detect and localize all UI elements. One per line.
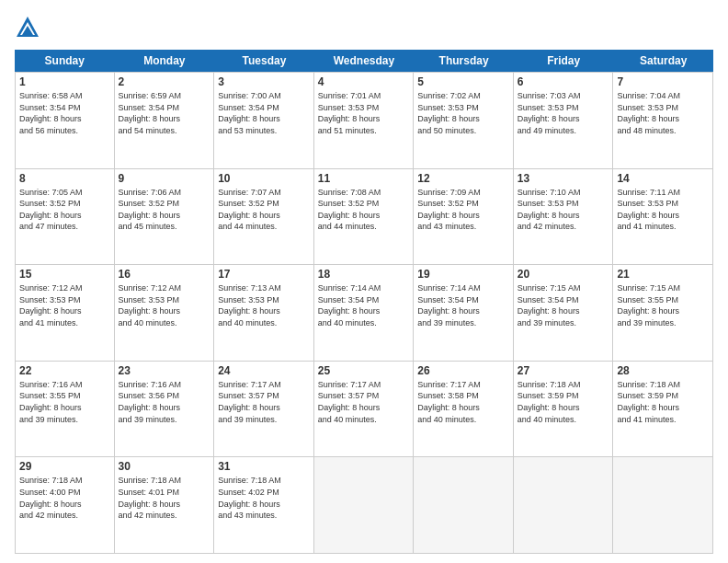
- day-number: 9: [119, 172, 210, 185]
- header-day: Monday: [115, 50, 215, 72]
- day-number: 8: [19, 172, 110, 185]
- cell-info: Sunrise: 7:04 AM Sunset: 3:53 PM Dayligh…: [617, 90, 709, 136]
- cell-info: Sunrise: 7:17 AM Sunset: 3:58 PM Dayligh…: [417, 379, 509, 425]
- calendar-cell: 25Sunrise: 7:17 AM Sunset: 3:57 PM Dayli…: [314, 362, 415, 457]
- day-number: 11: [318, 172, 410, 185]
- day-number: 16: [119, 268, 210, 281]
- calendar-cell: [613, 457, 713, 553]
- header-day: Thursday: [414, 50, 514, 72]
- cell-info: Sunrise: 7:01 AM Sunset: 3:53 PM Dayligh…: [318, 90, 410, 136]
- cell-info: Sunrise: 7:14 AM Sunset: 3:54 PM Dayligh…: [318, 282, 410, 328]
- calendar-cell: 13Sunrise: 7:10 AM Sunset: 3:53 PM Dayli…: [514, 169, 614, 265]
- cell-info: Sunrise: 7:18 AM Sunset: 4:02 PM Dayligh…: [218, 475, 310, 521]
- cell-info: Sunrise: 7:18 AM Sunset: 4:00 PM Dayligh…: [19, 475, 110, 521]
- calendar-cell: 18Sunrise: 7:14 AM Sunset: 3:54 PM Dayli…: [314, 265, 415, 361]
- cell-info: Sunrise: 7:09 AM Sunset: 3:52 PM Dayligh…: [417, 187, 509, 233]
- calendar-row: 29Sunrise: 7:18 AM Sunset: 4:00 PM Dayli…: [15, 457, 713, 554]
- day-number: 19: [417, 268, 509, 281]
- calendar-cell: 21Sunrise: 7:15 AM Sunset: 3:55 PM Dayli…: [613, 265, 713, 361]
- cell-info: Sunrise: 6:58 AM Sunset: 3:54 PM Dayligh…: [19, 90, 110, 136]
- logo-icon: [15, 15, 40, 40]
- cell-info: Sunrise: 7:15 AM Sunset: 3:54 PM Dayligh…: [518, 282, 609, 328]
- day-number: 15: [19, 268, 110, 281]
- header-day: Sunday: [15, 50, 115, 72]
- cell-info: Sunrise: 7:08 AM Sunset: 3:52 PM Dayligh…: [318, 187, 410, 233]
- cell-info: Sunrise: 7:17 AM Sunset: 3:57 PM Dayligh…: [318, 379, 410, 425]
- day-number: 13: [518, 172, 609, 185]
- calendar-header: SundayMondayTuesdayWednesdayThursdayFrid…: [15, 50, 713, 72]
- header-day: Tuesday: [214, 50, 314, 72]
- day-number: 14: [617, 172, 709, 185]
- day-number: 18: [318, 268, 410, 281]
- calendar-cell: 9Sunrise: 7:06 AM Sunset: 3:52 PM Daylig…: [115, 169, 215, 265]
- calendar-cell: 5Sunrise: 7:02 AM Sunset: 3:53 PM Daylig…: [414, 73, 514, 168]
- calendar-row: 8Sunrise: 7:05 AM Sunset: 3:52 PM Daylig…: [15, 169, 713, 266]
- day-number: 2: [119, 75, 210, 88]
- header-day: Saturday: [613, 50, 713, 72]
- calendar-cell: 11Sunrise: 7:08 AM Sunset: 3:52 PM Dayli…: [314, 169, 415, 265]
- calendar-cell: 24Sunrise: 7:17 AM Sunset: 3:57 PM Dayli…: [214, 362, 314, 457]
- calendar-cell: 17Sunrise: 7:13 AM Sunset: 3:53 PM Dayli…: [214, 265, 314, 361]
- cell-info: Sunrise: 7:18 AM Sunset: 3:59 PM Dayligh…: [617, 379, 709, 425]
- day-number: 12: [417, 172, 509, 185]
- calendar-page: SundayMondayTuesdayWednesdayThursdayFrid…: [0, 0, 728, 563]
- calendar-cell: [314, 457, 415, 553]
- cell-info: Sunrise: 7:05 AM Sunset: 3:52 PM Dayligh…: [19, 187, 110, 233]
- cell-info: Sunrise: 7:15 AM Sunset: 3:55 PM Dayligh…: [617, 282, 709, 328]
- cell-info: Sunrise: 7:00 AM Sunset: 3:54 PM Dayligh…: [218, 90, 310, 136]
- day-number: 4: [318, 75, 410, 88]
- day-number: 24: [218, 364, 310, 377]
- cell-info: Sunrise: 7:03 AM Sunset: 3:53 PM Dayligh…: [518, 90, 609, 136]
- calendar-cell: 29Sunrise: 7:18 AM Sunset: 4:00 PM Dayli…: [15, 457, 115, 553]
- calendar-cell: 8Sunrise: 7:05 AM Sunset: 3:52 PM Daylig…: [15, 169, 115, 265]
- cell-info: Sunrise: 7:07 AM Sunset: 3:52 PM Dayligh…: [218, 187, 310, 233]
- day-number: 17: [218, 268, 310, 281]
- day-number: 1: [19, 75, 110, 88]
- calendar-cell: [414, 457, 514, 553]
- day-number: 27: [518, 364, 609, 377]
- cell-info: Sunrise: 7:18 AM Sunset: 4:01 PM Dayligh…: [119, 475, 210, 521]
- calendar-cell: 3Sunrise: 7:00 AM Sunset: 3:54 PM Daylig…: [214, 73, 314, 168]
- calendar-row: 22Sunrise: 7:16 AM Sunset: 3:55 PM Dayli…: [15, 362, 713, 458]
- day-number: 5: [417, 75, 509, 88]
- calendar-cell: 2Sunrise: 6:59 AM Sunset: 3:54 PM Daylig…: [115, 73, 215, 168]
- calendar-cell: 23Sunrise: 7:16 AM Sunset: 3:56 PM Dayli…: [115, 362, 215, 457]
- calendar-cell: 20Sunrise: 7:15 AM Sunset: 3:54 PM Dayli…: [514, 265, 614, 361]
- day-number: 25: [318, 364, 410, 377]
- calendar-cell: 12Sunrise: 7:09 AM Sunset: 3:52 PM Dayli…: [414, 169, 514, 265]
- day-number: 6: [518, 75, 609, 88]
- calendar-cell: 6Sunrise: 7:03 AM Sunset: 3:53 PM Daylig…: [514, 73, 614, 168]
- cell-info: Sunrise: 7:06 AM Sunset: 3:52 PM Dayligh…: [119, 187, 210, 233]
- day-number: 20: [518, 268, 609, 281]
- header-day: Friday: [514, 50, 614, 72]
- cell-info: Sunrise: 7:12 AM Sunset: 3:53 PM Dayligh…: [19, 282, 110, 328]
- calendar-cell: 19Sunrise: 7:14 AM Sunset: 3:54 PM Dayli…: [414, 265, 514, 361]
- logo: [15, 15, 44, 40]
- cell-info: Sunrise: 7:13 AM Sunset: 3:53 PM Dayligh…: [218, 282, 310, 328]
- calendar-cell: 4Sunrise: 7:01 AM Sunset: 3:53 PM Daylig…: [314, 73, 415, 168]
- calendar-cell: [514, 457, 614, 553]
- header-day: Wednesday: [314, 50, 415, 72]
- day-number: 30: [119, 460, 210, 473]
- day-number: 31: [218, 460, 310, 473]
- calendar-cell: 28Sunrise: 7:18 AM Sunset: 3:59 PM Dayli…: [613, 362, 713, 457]
- calendar-cell: 16Sunrise: 7:12 AM Sunset: 3:53 PM Dayli…: [115, 265, 215, 361]
- calendar-body: 1Sunrise: 6:58 AM Sunset: 3:54 PM Daylig…: [15, 72, 713, 554]
- calendar: SundayMondayTuesdayWednesdayThursdayFrid…: [15, 50, 713, 554]
- calendar-cell: 22Sunrise: 7:16 AM Sunset: 3:55 PM Dayli…: [15, 362, 115, 457]
- day-number: 28: [617, 364, 709, 377]
- cell-info: Sunrise: 7:16 AM Sunset: 3:56 PM Dayligh…: [119, 379, 210, 425]
- cell-info: Sunrise: 7:17 AM Sunset: 3:57 PM Dayligh…: [218, 379, 310, 425]
- calendar-cell: 30Sunrise: 7:18 AM Sunset: 4:01 PM Dayli…: [115, 457, 215, 553]
- day-number: 10: [218, 172, 310, 185]
- day-number: 22: [19, 364, 110, 377]
- day-number: 7: [617, 75, 709, 88]
- calendar-row: 15Sunrise: 7:12 AM Sunset: 3:53 PM Dayli…: [15, 265, 713, 362]
- cell-info: Sunrise: 7:14 AM Sunset: 3:54 PM Dayligh…: [417, 282, 509, 328]
- calendar-cell: 27Sunrise: 7:18 AM Sunset: 3:59 PM Dayli…: [514, 362, 614, 457]
- calendar-cell: 26Sunrise: 7:17 AM Sunset: 3:58 PM Dayli…: [414, 362, 514, 457]
- cell-info: Sunrise: 7:16 AM Sunset: 3:55 PM Dayligh…: [19, 379, 110, 425]
- cell-info: Sunrise: 7:11 AM Sunset: 3:53 PM Dayligh…: [617, 187, 709, 233]
- day-number: 29: [19, 460, 110, 473]
- day-number: 23: [119, 364, 210, 377]
